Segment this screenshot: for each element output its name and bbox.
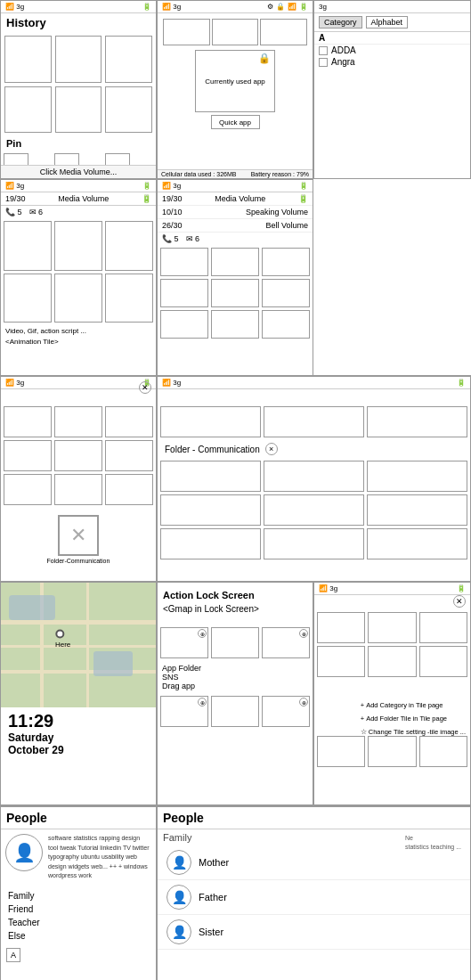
checkbox-adda[interactable] bbox=[319, 46, 328, 55]
multi-tile[interactable] bbox=[160, 310, 208, 339]
action-tile2[interactable]: ⊕ bbox=[262, 696, 310, 727]
fl-tile[interactable] bbox=[54, 406, 102, 437]
menu-item-2[interactable]: + Add Folder Tile in Tile page bbox=[361, 712, 466, 725]
tp-tile[interactable] bbox=[368, 612, 416, 643]
sister-name: Sister bbox=[199, 927, 223, 937]
phone-panel: 📶 3g ⚙ 🔒 📶 🔋 🔒 Currently used app Quick … bbox=[157, 0, 313, 178]
action-tile[interactable]: ⊕ bbox=[160, 627, 208, 658]
fc-tile[interactable] bbox=[367, 461, 467, 492]
tile-battery: 🔋 bbox=[457, 584, 466, 592]
multi-tile[interactable] bbox=[262, 310, 310, 339]
app-tile[interactable] bbox=[212, 19, 259, 45]
history-tile[interactable] bbox=[105, 36, 152, 83]
multi-tile[interactable] bbox=[262, 248, 310, 276]
action-tile2[interactable] bbox=[211, 696, 259, 727]
checkbox-angra[interactable] bbox=[319, 58, 328, 67]
tile-page-close[interactable]: ✕ bbox=[453, 595, 466, 608]
multi-tile[interactable] bbox=[262, 279, 310, 307]
folder-close-left[interactable]: ✕ bbox=[139, 381, 151, 394]
tp-tile[interactable] bbox=[368, 646, 416, 677]
tp-tile-b[interactable] bbox=[317, 736, 365, 767]
multi-tile[interactable] bbox=[160, 279, 208, 307]
multi-tile[interactable] bbox=[211, 310, 259, 339]
multi-tile[interactable] bbox=[211, 248, 259, 276]
media-tile[interactable] bbox=[4, 221, 52, 271]
media-tile[interactable] bbox=[105, 274, 153, 323]
ne-label: Ne bbox=[405, 834, 461, 843]
category-tab[interactable]: Category bbox=[319, 16, 362, 29]
fr-tile[interactable] bbox=[160, 406, 261, 437]
history-tile[interactable] bbox=[55, 36, 102, 83]
map-road-h1 bbox=[1, 620, 156, 625]
add-category-icon: + bbox=[361, 698, 364, 712]
media-tile[interactable] bbox=[54, 274, 102, 323]
phone-signal: 📶 3g bbox=[162, 3, 181, 11]
fl-tile[interactable] bbox=[54, 474, 102, 505]
tp-tile-b[interactable] bbox=[419, 736, 467, 767]
menu-item-3[interactable]: ☆ Change Tile setting -tile image ... bbox=[361, 725, 466, 739]
multi-tile[interactable] bbox=[160, 248, 208, 276]
map-road-h3 bbox=[1, 670, 156, 674]
action-tile[interactable] bbox=[211, 627, 259, 658]
msg-count: ✉ 6 bbox=[29, 208, 44, 216]
cat-else[interactable]: Else bbox=[8, 929, 149, 943]
folder-comm-tile[interactable]: ✕ bbox=[58, 515, 99, 556]
adda-label: ADDA bbox=[331, 45, 356, 55]
cat-friend[interactable]: Friend bbox=[8, 902, 149, 916]
tile-circle: ⊕ bbox=[198, 629, 207, 638]
history-tile[interactable] bbox=[4, 86, 52, 134]
cat-teacher[interactable]: Teacher bbox=[8, 916, 149, 929]
letter-badge-a[interactable]: A bbox=[6, 948, 20, 962]
fl-tile[interactable] bbox=[105, 474, 153, 505]
action-tile-grid2: ⊕ ⊕ bbox=[158, 693, 313, 730]
phone-icons: ⚙ 🔒 📶 🔋 bbox=[267, 3, 308, 11]
app-tile[interactable] bbox=[260, 19, 307, 45]
menu-item-1[interactable]: + Add Category in Tile page bbox=[361, 698, 466, 712]
fc-tile[interactable] bbox=[367, 528, 467, 559]
media-tile[interactable] bbox=[4, 274, 52, 323]
fc-tile[interactable] bbox=[160, 461, 261, 492]
tp-tile[interactable] bbox=[317, 612, 365, 643]
fl-tile[interactable] bbox=[4, 474, 52, 505]
fl-tile[interactable] bbox=[54, 440, 102, 471]
tp-tile[interactable] bbox=[317, 646, 365, 677]
fr-tile[interactable] bbox=[264, 406, 364, 437]
fr-tile[interactable] bbox=[367, 406, 467, 437]
person-row-sister[interactable]: 👤 Sister bbox=[158, 915, 470, 950]
media-tile[interactable] bbox=[105, 221, 153, 271]
fc-tile[interactable] bbox=[160, 494, 261, 526]
action-tile2[interactable]: ⊕ bbox=[160, 696, 208, 727]
location-dot bbox=[55, 630, 64, 639]
action-tile[interactable]: ⊕ bbox=[262, 627, 310, 658]
tp-tile[interactable] bbox=[419, 646, 467, 677]
fc-tile[interactable] bbox=[264, 461, 364, 492]
fl-tile[interactable] bbox=[4, 440, 52, 471]
fc-tile[interactable] bbox=[264, 494, 364, 526]
history-tile[interactable] bbox=[55, 86, 102, 134]
fc-tile[interactable] bbox=[160, 528, 261, 559]
history-tile[interactable] bbox=[4, 36, 52, 83]
status-bar-media: 📶 3g 🔋 bbox=[1, 180, 156, 192]
click-media-bar[interactable]: Click Media Volume... bbox=[1, 165, 156, 178]
quick-app-btn[interactable]: Quick app bbox=[211, 115, 260, 129]
multi-tile[interactable] bbox=[211, 279, 259, 307]
people2-panel: People Family 👤 Mother 👤 Father 👤 Sister… bbox=[157, 806, 471, 980]
media-icons: 📞 5 ✉ 6 bbox=[1, 206, 156, 218]
tp-tile-b[interactable] bbox=[368, 736, 416, 767]
cat-family[interactable]: Family bbox=[8, 889, 149, 902]
fc-tile[interactable] bbox=[367, 494, 467, 526]
fl-tile[interactable] bbox=[4, 406, 52, 437]
media-tile[interactable] bbox=[54, 221, 102, 271]
folder-close-right[interactable]: × bbox=[265, 443, 278, 455]
alphabet-tab[interactable]: Alphabet bbox=[366, 16, 409, 29]
person-row-father[interactable]: 👤 Father bbox=[158, 880, 470, 915]
multi-icons: 📞 5 ✉ 6 bbox=[158, 233, 313, 245]
people2-title: People bbox=[158, 807, 470, 829]
fl-tile[interactable] bbox=[105, 406, 153, 437]
fl-tile[interactable] bbox=[105, 440, 153, 471]
app-tile[interactable] bbox=[163, 19, 210, 45]
fc-tile[interactable] bbox=[264, 528, 364, 559]
history-tile[interactable] bbox=[105, 86, 152, 134]
tp-tile[interactable] bbox=[419, 612, 467, 643]
father-avatar: 👤 bbox=[166, 885, 191, 910]
